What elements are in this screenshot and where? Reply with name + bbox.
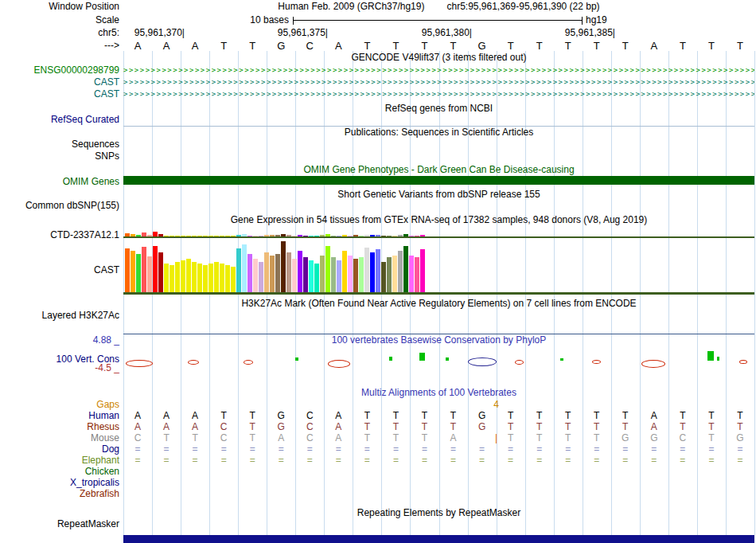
alignment-letter: A bbox=[447, 433, 460, 443]
alignment-letter: T bbox=[619, 411, 632, 421]
alignment-letter: T bbox=[533, 433, 546, 443]
alignment-letter: A bbox=[332, 422, 345, 432]
alignment-letter: = bbox=[476, 455, 489, 466]
alignment-letter: T bbox=[676, 422, 689, 432]
alignment-letter: A bbox=[648, 411, 661, 421]
alignment-letter: = bbox=[505, 444, 517, 455]
alignment-letter: = bbox=[562, 455, 575, 466]
alignment-letter: T bbox=[705, 411, 718, 421]
chromosome-ideogram-bar bbox=[123, 535, 754, 543]
alignment-letter: T bbox=[160, 433, 173, 443]
alignment-letter: T bbox=[533, 422, 546, 432]
alignment-letter: = bbox=[619, 444, 632, 455]
alignment-letter: C bbox=[217, 433, 230, 443]
alignment-letter: = bbox=[217, 455, 230, 466]
alignment-letter: = bbox=[734, 455, 746, 466]
alignment-letter: T bbox=[447, 422, 460, 432]
alignment-letter: T bbox=[734, 411, 746, 421]
alignment-letter: = bbox=[533, 444, 546, 455]
gap-size-annotation: 4 bbox=[490, 400, 503, 410]
repeatmasker-title: Repeating Elements by RepeatMasker bbox=[123, 508, 754, 518]
alignment-letter: G bbox=[476, 411, 489, 421]
alignment-letter: = bbox=[275, 444, 287, 455]
multiz-species-label-chicken[interactable]: Chicken bbox=[0, 467, 119, 477]
alignment-letter: T bbox=[562, 411, 575, 421]
alignment-letter: = bbox=[189, 444, 201, 455]
alignment-letter: T bbox=[389, 433, 402, 443]
multiz-species-label-dog[interactable]: Dog bbox=[0, 444, 119, 455]
alignment-letter: G bbox=[275, 422, 287, 432]
alignment-letter: A bbox=[160, 422, 173, 432]
multiz-species-label-elephant[interactable]: Elephant bbox=[0, 455, 119, 466]
alignment-letter: = bbox=[332, 444, 345, 455]
alignment-letter: = bbox=[389, 444, 402, 455]
alignment-letter: = bbox=[160, 444, 173, 455]
alignment-letter: T bbox=[590, 422, 603, 432]
alignment-letter: T bbox=[447, 411, 460, 421]
alignment-letter: T bbox=[189, 433, 201, 443]
repeatmasker-label[interactable]: RepeatMasker bbox=[0, 519, 119, 529]
alignment-letter: = bbox=[619, 455, 632, 466]
multiz-species-label-rhesus[interactable]: Rhesus bbox=[0, 422, 119, 432]
alignment-letter: T bbox=[505, 422, 517, 432]
alignment-letter: = bbox=[131, 455, 144, 466]
alignment-letter: C bbox=[676, 433, 689, 443]
alignment-letter: C bbox=[217, 422, 230, 432]
alignment-letter: T bbox=[418, 422, 431, 432]
alignment-letter: A bbox=[332, 411, 345, 421]
alignment-letter: C bbox=[303, 433, 316, 443]
alignment-letter: T bbox=[389, 422, 402, 432]
alignment-letter: T bbox=[217, 411, 230, 421]
multiz-gaps-label[interactable]: Gaps bbox=[0, 400, 119, 410]
alignment-letter: A bbox=[648, 422, 661, 432]
alignment-letter: = bbox=[189, 455, 201, 466]
alignment-letter: C bbox=[303, 411, 316, 421]
alignment-letter: = bbox=[447, 444, 460, 455]
alignment-letter: = bbox=[705, 455, 718, 466]
alignment-letter: A bbox=[131, 411, 144, 421]
alignment-letter: T bbox=[705, 433, 718, 443]
alignment-letter: T bbox=[360, 422, 373, 432]
alignment-letter: T bbox=[676, 411, 689, 421]
alignment-letter: = bbox=[648, 455, 661, 466]
alignment-letter: T bbox=[505, 411, 517, 421]
multiz-alignment-track[interactable]: Gaps4HumanAAATTGCATTTTGTTTTTATTTRhesusAA… bbox=[0, 0, 756, 543]
multiz-species-label-zebrafish[interactable]: Zebrafish bbox=[0, 489, 119, 499]
alignment-letter: T bbox=[590, 411, 603, 421]
alignment-letter: = bbox=[332, 455, 345, 466]
alignment-letter: = bbox=[705, 444, 718, 455]
alignment-letter: T bbox=[533, 411, 546, 421]
alignment-letter: = bbox=[217, 444, 230, 455]
alignment-letter: = bbox=[590, 455, 603, 466]
alignment-letter: G bbox=[619, 433, 632, 443]
alignment-letter: T bbox=[418, 433, 431, 443]
alignment-letter: G bbox=[275, 411, 287, 421]
alignment-letter: = bbox=[676, 444, 689, 455]
alignment-letter: = bbox=[160, 455, 173, 466]
genome-browser: Window Position Human Feb. 2009 (GRCh37/… bbox=[0, 0, 756, 543]
alignment-letter: G bbox=[476, 422, 489, 432]
alignment-letter: = bbox=[303, 444, 316, 455]
alignment-letter: = bbox=[676, 455, 689, 466]
alignment-letter: T bbox=[705, 422, 718, 432]
alignment-letter: = bbox=[389, 455, 402, 466]
alignment-letter: A bbox=[189, 422, 201, 432]
alignment-letter: T bbox=[562, 433, 575, 443]
multiz-species-label-human[interactable]: Human bbox=[0, 411, 119, 421]
alignment-letter: A bbox=[131, 422, 144, 432]
alignment-letter: = bbox=[303, 455, 316, 466]
alignment-letter: C bbox=[131, 433, 144, 443]
alignment-letter: = bbox=[275, 455, 287, 466]
alignment-letter: T bbox=[360, 411, 373, 421]
alignment-letter: T bbox=[360, 433, 373, 443]
alignment-letter: = bbox=[246, 444, 259, 455]
multiz-species-label-mouse[interactable]: Mouse bbox=[0, 433, 119, 443]
alignment-letter: A bbox=[160, 411, 173, 421]
multiz-species-label-x_tropicalis[interactable]: X_tropicalis bbox=[0, 478, 119, 488]
alignment-letter: = bbox=[246, 455, 259, 466]
alignment-letter: = bbox=[648, 444, 661, 455]
alignment-letter: T bbox=[418, 411, 431, 421]
alignment-letter: = bbox=[562, 444, 575, 455]
alignment-letter: T bbox=[562, 422, 575, 432]
alignment-letter: = bbox=[505, 455, 517, 466]
